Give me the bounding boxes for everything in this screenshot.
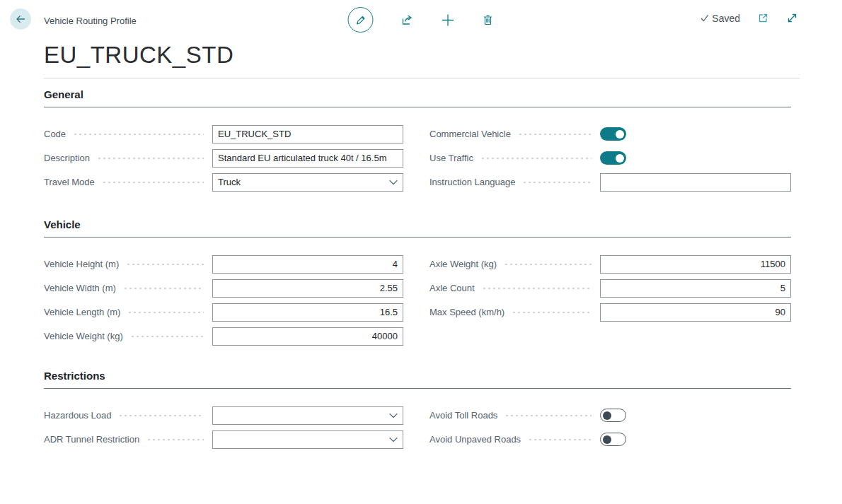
use-traffic-label: Use Traffic bbox=[429, 153, 473, 163]
add-button[interactable] bbox=[442, 13, 455, 27]
code-input[interactable] bbox=[212, 125, 403, 143]
restrictions-left-column: Hazardous Load ADR Tunnel Restriction bbox=[44, 404, 403, 452]
dotted-leader bbox=[102, 182, 204, 183]
dotted-leader bbox=[504, 264, 592, 265]
vehicle-height-label: Vehicle Height (m) bbox=[44, 259, 119, 269]
save-status-label: Saved bbox=[712, 13, 740, 24]
field-adr-tunnel-restriction: ADR Tunnel Restriction bbox=[44, 428, 403, 452]
travel-mode-select[interactable] bbox=[212, 173, 403, 192]
expand-icon bbox=[786, 12, 798, 24]
field-vehicle-height: Vehicle Height (m) bbox=[44, 252, 403, 276]
dotted-leader bbox=[118, 415, 204, 416]
code-label: Code bbox=[44, 129, 66, 139]
field-max-speed: Max Speed (km/h) bbox=[429, 300, 791, 324]
vehicle-length-label: Vehicle Length (m) bbox=[44, 307, 120, 317]
add-icon bbox=[442, 13, 455, 27]
chevron-down-icon[interactable] bbox=[389, 437, 398, 443]
section-restrictions-title[interactable]: Restrictions bbox=[44, 370, 791, 389]
back-arrow-icon bbox=[15, 13, 26, 25]
dotted-leader bbox=[123, 288, 204, 289]
section-vehicle: Vehicle Vehicle Height (m) Vehicle Width… bbox=[44, 218, 791, 348]
card-content: General Code Description Travel Mode bbox=[44, 88, 791, 452]
status-area: Saved bbox=[700, 12, 798, 24]
field-travel-mode: Travel Mode bbox=[44, 170, 403, 194]
field-axle-count: Axle Count bbox=[429, 276, 791, 300]
axle-count-label: Axle Count bbox=[429, 283, 475, 293]
dotted-leader bbox=[126, 264, 204, 265]
vehicle-width-label: Vehicle Width (m) bbox=[44, 283, 116, 293]
open-in-new-window-button[interactable] bbox=[757, 12, 769, 24]
travel-mode-label: Travel Mode bbox=[44, 177, 95, 187]
toggle-knob bbox=[603, 435, 611, 444]
avoid-unpaved-roads-toggle[interactable] bbox=[600, 433, 626, 446]
vehicle-right-column: Axle Weight (kg) Axle Count Max Speed (k… bbox=[429, 252, 791, 348]
vehicle-length-input[interactable] bbox=[212, 303, 403, 322]
field-vehicle-length: Vehicle Length (m) bbox=[44, 300, 403, 324]
vehicle-width-input[interactable] bbox=[212, 279, 403, 298]
chevron-down-icon[interactable] bbox=[389, 413, 398, 418]
dotted-leader bbox=[480, 158, 592, 159]
dotted-leader bbox=[522, 182, 592, 183]
field-avoid-toll-roads: Avoid Toll Roads bbox=[429, 404, 791, 428]
instruction-language-label: Instruction Language bbox=[429, 177, 515, 187]
toggle-knob bbox=[616, 130, 624, 139]
instruction-language-input[interactable] bbox=[600, 173, 791, 192]
avoid-toll-roads-toggle[interactable] bbox=[600, 409, 626, 422]
vehicle-height-input[interactable] bbox=[212, 255, 403, 274]
vehicle-left-column: Vehicle Height (m) Vehicle Width (m) Veh… bbox=[44, 252, 403, 348]
axle-count-input[interactable] bbox=[600, 279, 791, 298]
dotted-leader bbox=[130, 336, 204, 337]
dotted-leader bbox=[97, 158, 204, 159]
axle-weight-label: Axle Weight (kg) bbox=[429, 259, 497, 269]
field-vehicle-width: Vehicle Width (m) bbox=[44, 276, 403, 300]
general-left-column: Code Description Travel Mode bbox=[44, 122, 403, 194]
field-use-traffic: Use Traffic bbox=[429, 146, 791, 170]
dotted-leader bbox=[518, 134, 592, 135]
use-traffic-toggle[interactable] bbox=[600, 151, 626, 165]
dotted-leader bbox=[512, 312, 592, 313]
back-button[interactable] bbox=[10, 8, 31, 30]
page-title: EU_TRUCK_STD bbox=[44, 41, 842, 69]
breadcrumb[interactable]: Vehicle Routing Profile bbox=[44, 16, 137, 26]
hazardous-load-select[interactable] bbox=[212, 406, 403, 425]
save-status: Saved bbox=[700, 13, 740, 24]
commercial-vehicle-toggle[interactable] bbox=[600, 127, 626, 141]
field-code: Code bbox=[44, 122, 403, 146]
field-description: Description bbox=[44, 146, 403, 170]
section-vehicle-title[interactable]: Vehicle bbox=[44, 218, 791, 238]
hazardous-load-label: Hazardous Load bbox=[44, 410, 111, 421]
field-vehicle-weight: Vehicle Weight (kg) bbox=[44, 324, 403, 348]
max-speed-label: Max Speed (km/h) bbox=[429, 307, 504, 317]
toolbar bbox=[348, 7, 495, 33]
vehicle-weight-input[interactable] bbox=[212, 327, 403, 346]
field-avoid-unpaved-roads: Avoid Unpaved Roads bbox=[429, 428, 791, 452]
checkmark-icon bbox=[700, 13, 710, 23]
vehicle-weight-label: Vehicle Weight (kg) bbox=[44, 331, 123, 341]
share-icon bbox=[400, 13, 415, 27]
edit-button[interactable] bbox=[348, 7, 374, 33]
field-commercial-vehicle: Commercial Vehicle bbox=[429, 122, 791, 146]
axle-weight-input[interactable] bbox=[600, 255, 791, 274]
max-speed-input[interactable] bbox=[600, 303, 791, 322]
section-restrictions: Restrictions Hazardous Load ADR Tunnel R… bbox=[44, 370, 791, 452]
toggle-knob bbox=[603, 411, 611, 420]
field-hazardous-load: Hazardous Load bbox=[44, 404, 403, 428]
general-right-column: Commercial Vehicle Use Traffic Instructi… bbox=[429, 122, 791, 194]
dotted-leader bbox=[73, 134, 204, 135]
avoid-unpaved-roads-label: Avoid Unpaved Roads bbox=[429, 434, 521, 445]
dotted-leader bbox=[528, 439, 592, 440]
section-general: General Code Description Travel Mode bbox=[44, 88, 791, 194]
delete-button[interactable] bbox=[482, 13, 495, 26]
app-header: Vehicle Routing Profile bbox=[0, 0, 842, 40]
share-button[interactable] bbox=[400, 13, 415, 27]
description-label: Description bbox=[44, 153, 90, 163]
description-input[interactable] bbox=[212, 149, 403, 168]
toggle-knob bbox=[616, 154, 624, 163]
edit-icon bbox=[348, 7, 374, 33]
dotted-leader bbox=[482, 288, 592, 289]
section-general-title[interactable]: General bbox=[44, 88, 791, 107]
adr-tunnel-restriction-select[interactable] bbox=[212, 430, 403, 449]
adr-tunnel-restriction-label: ADR Tunnel Restriction bbox=[44, 434, 139, 445]
expand-button[interactable] bbox=[786, 12, 798, 24]
chevron-down-icon[interactable] bbox=[389, 180, 398, 185]
